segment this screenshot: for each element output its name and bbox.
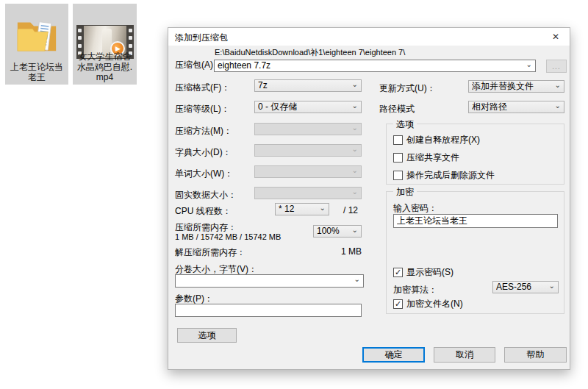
check-icon: ✓	[395, 300, 401, 308]
folder-icon-graphic	[14, 13, 60, 56]
checkbox-create-sfx[interactable]: 创建自释放程序(X)	[393, 134, 480, 146]
chevron-down-icon: ⌄	[555, 82, 561, 88]
checkbox-shared-files[interactable]: 压缩共享文件	[393, 151, 459, 163]
archive-name-combobox[interactable]: eighteen 7.7z ⌄	[214, 60, 536, 72]
memory-usage-detail: 1 MB / 15742 MB / 15742 MB	[175, 232, 281, 241]
decompress-memory-label: 解压缩所需内存：	[175, 246, 245, 259]
cancel-button[interactable]: 取消	[434, 347, 495, 363]
chevron-down-icon: ⌄	[352, 82, 358, 88]
checkbox-delete-after[interactable]: 操作完成后删除源文件	[393, 169, 495, 181]
path-mode-select[interactable]: 相对路径 ⌄	[468, 101, 564, 113]
checkbox-label: 操作完成后删除源文件	[406, 169, 495, 182]
desktop-item-folder[interactable]: 上老王论坛当老王	[5, 4, 68, 85]
checkbox-label: 显示密码(S)	[406, 266, 453, 279]
password-label: 输入密码：	[393, 202, 437, 215]
checkbox-box[interactable]	[393, 153, 403, 163]
checkbox-label: 创建自释放程序(X)	[406, 134, 480, 146]
dialog-title: 添加到压缩包	[175, 32, 228, 44]
encryption-group-title: 加密	[393, 186, 417, 199]
path-mode-label: 路径模式	[379, 103, 415, 115]
format-value: 7z	[258, 80, 352, 91]
dictionary-label: 字典大小(D)：	[175, 146, 232, 159]
chevron-down-icon: ⌄	[352, 125, 358, 131]
desktop-item-label: 女大学生宿舍水晶鸡巴自慰.mp4	[74, 51, 135, 82]
checkbox-show-password[interactable]: ✓ 显示密码(S)	[393, 266, 453, 278]
update-mode-select[interactable]: 添加并替换文件 ⌄	[468, 80, 564, 93]
format-label: 压缩格式(F)：	[175, 82, 230, 94]
desktop-item-video[interactable]: ▶ 女大学生宿舍水晶鸡巴自慰.mp4	[73, 4, 137, 85]
level-value: 0 - 仅存储	[258, 101, 352, 113]
options-group-title: 选项	[393, 118, 417, 131]
solid-block-label: 固实数据大小：	[175, 189, 237, 201]
encryption-group: 加密 输入密码： ✓ 显示密码(S) 加密算法： AES-256 ⌄ ✓ 加密文…	[386, 191, 564, 314]
cpu-threads-label: CPU 线程数：	[175, 205, 232, 218]
cpu-threads-select[interactable]: * 12 ⌄	[275, 203, 329, 215]
parameters-input[interactable]	[175, 304, 362, 317]
encryption-method-value: AES-256	[496, 282, 549, 293]
chevron-down-icon: ⌄	[352, 103, 358, 109]
checkbox-box[interactable]	[393, 171, 403, 180]
archive-name-value: eighteen 7.7z	[218, 60, 526, 71]
memory-percent-select[interactable]: 100% ⌄	[313, 225, 362, 238]
archive-path: E:\BaiduNetdiskDownload\补1\eighteen 7\ei…	[215, 47, 405, 58]
chevron-down-icon: ⌄	[354, 276, 360, 282]
dialog-titlebar[interactable]: 添加到压缩包 ✕	[168, 28, 570, 46]
add-to-archive-dialog: 添加到压缩包 ✕ 压缩包(A)： E:\BaiduNetdiskDownload…	[168, 27, 570, 370]
screen: 上老王论坛当老王 ▶ 女大学生宿舍水晶鸡巴自慰.mp4 添加到压缩包 ✕	[0, 0, 588, 389]
chevron-down-icon: ⌄	[320, 205, 326, 211]
help-button[interactable]: 帮助	[504, 347, 567, 363]
chevron-down-icon: ⌄	[526, 62, 532, 68]
encryption-method-label: 加密算法：	[393, 284, 437, 296]
chevron-down-icon: ⌄	[352, 227, 358, 233]
dictionary-select: ⌄	[254, 144, 362, 157]
word-size-label: 单词大小(W)：	[175, 168, 233, 180]
browse-button: ...	[546, 60, 567, 73]
solid-block-select: ⌄	[254, 187, 362, 199]
checkbox-box[interactable]: ✓	[393, 268, 403, 277]
update-mode-value: 添加并替换文件	[472, 81, 555, 92]
format-select[interactable]: 7z ⌄	[254, 79, 362, 92]
level-label: 压缩等级(L)：	[175, 103, 230, 115]
options-group: 选项 创建自释放程序(X) 压缩共享文件 操作完成后删除源文件	[386, 124, 564, 185]
encryption-method-select[interactable]: AES-256 ⌄	[492, 281, 559, 293]
chevron-down-icon: ⌄	[352, 168, 358, 174]
ok-button[interactable]: 确定	[362, 347, 425, 363]
checkbox-label: 加密文件名(N)	[406, 298, 463, 310]
path-mode-value: 相对路径	[472, 101, 555, 113]
folder-icon[interactable]	[5, 8, 68, 61]
chevron-down-icon: ⌄	[352, 146, 358, 152]
close-icon[interactable]: ✕	[542, 28, 570, 46]
level-select[interactable]: 0 - 仅存储 ⌄	[254, 101, 362, 113]
checkbox-label: 压缩共享文件	[406, 151, 459, 164]
chevron-down-icon: ⌄	[549, 283, 555, 289]
checkbox-box[interactable]: ✓	[393, 299, 403, 309]
checkbox-box[interactable]	[393, 135, 403, 145]
cpu-threads-value: * 12	[279, 204, 320, 215]
chevron-down-icon: ⌄	[555, 103, 561, 109]
checkbox-encrypt-filenames[interactable]: ✓ 加密文件名(N)	[393, 298, 463, 310]
update-mode-label: 更新方式(U)：	[379, 82, 436, 95]
memory-percent-value: 100%	[317, 226, 352, 237]
cpu-threads-total: / 12	[343, 205, 358, 215]
desktop-item-label: 上老王论坛当老王	[7, 62, 67, 82]
word-size-select: ⌄	[254, 165, 362, 178]
volume-size-combobox[interactable]: ⌄	[175, 274, 364, 288]
method-label: 压缩方法(M)：	[175, 125, 232, 138]
decompress-memory-value: 1 MB	[315, 246, 362, 257]
options-button[interactable]: 选项	[177, 328, 237, 343]
password-input[interactable]	[393, 214, 558, 228]
check-icon: ✓	[395, 268, 401, 276]
method-select: ⌄	[254, 123, 362, 135]
chevron-down-icon: ⌄	[352, 189, 358, 195]
